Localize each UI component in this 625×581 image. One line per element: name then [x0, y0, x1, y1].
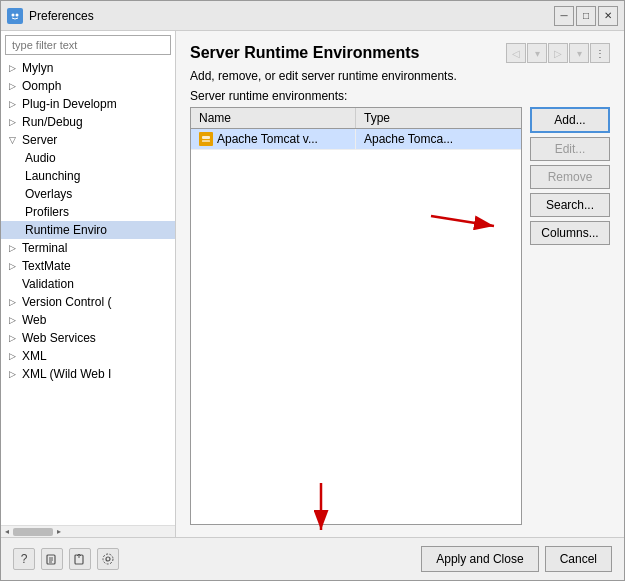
sidebar-item-xml-wild[interactable]: ▷ XML (Wild Web I: [1, 365, 175, 383]
maximize-button[interactable]: □: [576, 6, 596, 26]
help-icon[interactable]: ?: [13, 548, 35, 570]
minimize-button[interactable]: ─: [554, 6, 574, 26]
sidebar-item-plugin-dev[interactable]: ▷ Plug-in Developm: [1, 95, 175, 113]
expand-arrow: ▷: [9, 351, 19, 361]
nav-back-button[interactable]: ◁: [506, 43, 526, 63]
col-header-type: Type: [356, 108, 521, 128]
sidebar-item-label: TextMate: [22, 259, 71, 273]
environments-label: Server runtime environments:: [190, 89, 610, 103]
expand-arrow: ▷: [9, 369, 19, 379]
scroll-left-arrow[interactable]: ◂: [3, 527, 11, 536]
nav-forward-button[interactable]: ▷: [548, 43, 568, 63]
sidebar-tree: ▷ Mylyn ▷ Oomph ▷ Plug-in Developm ▷ Run…: [1, 59, 175, 525]
sidebar-item-label: Server: [22, 133, 57, 147]
scroll-thumb[interactable]: [13, 528, 53, 536]
nav-menu-button[interactable]: ⋮: [590, 43, 610, 63]
environments-area: Name Type: [190, 107, 610, 525]
expand-arrow: ▷: [9, 81, 19, 91]
main-panel: Server Runtime Environments ◁ ▾ ▷ ▾ ⋮ Ad…: [176, 31, 624, 537]
columns-button[interactable]: Columns...: [530, 221, 610, 245]
sidebar-item-label: Plug-in Developm: [22, 97, 117, 111]
table-row[interactable]: Apache Tomcat v... Apache Tomca...: [191, 129, 521, 150]
sidebar-item-label: Terminal: [22, 241, 67, 255]
server-icon: [199, 132, 213, 146]
expand-arrow: ▷: [9, 117, 19, 127]
col-header-name: Name: [191, 108, 356, 128]
cell-name-text: Apache Tomcat v...: [217, 132, 318, 146]
sidebar-item-label: Profilers: [25, 205, 69, 219]
preferences-window: Preferences ─ □ ✕ ▷ Mylyn ▷ Oomph: [0, 0, 625, 581]
cancel-button[interactable]: Cancel: [545, 546, 612, 572]
sidebar-item-label: Oomph: [22, 79, 61, 93]
sidebar-item-terminal[interactable]: ▷ Terminal: [1, 239, 175, 257]
panel-description: Add, remove, or edit server runtime envi…: [190, 69, 610, 83]
svg-point-2: [16, 13, 19, 16]
close-button[interactable]: ✕: [598, 6, 618, 26]
sidebar-item-validation[interactable]: ▷ Validation: [1, 275, 175, 293]
sidebar-item-label: Mylyn: [22, 61, 53, 75]
sidebar-item-oomph[interactable]: ▷ Oomph: [1, 77, 175, 95]
sidebar-item-audio[interactable]: Audio: [1, 149, 175, 167]
sidebar-item-label: Validation: [22, 277, 74, 291]
footer-buttons: Apply and Close Cancel: [421, 546, 612, 572]
window-title: Preferences: [29, 9, 554, 23]
sidebar: ▷ Mylyn ▷ Oomph ▷ Plug-in Developm ▷ Run…: [1, 31, 176, 537]
remove-button[interactable]: Remove: [530, 165, 610, 189]
cell-type: Apache Tomca...: [356, 129, 521, 149]
nav-buttons: ◁ ▾ ▷ ▾ ⋮: [506, 43, 610, 63]
expand-arrow: ▷: [9, 333, 19, 343]
nav-forward-dropdown[interactable]: ▾: [569, 43, 589, 63]
sidebar-item-mylyn[interactable]: ▷ Mylyn: [1, 59, 175, 77]
settings-icon[interactable]: [97, 548, 119, 570]
scroll-right-arrow[interactable]: ▸: [55, 527, 63, 536]
expand-arrow: ▷: [9, 99, 19, 109]
expand-arrow: ▷: [9, 297, 19, 307]
cell-name: Apache Tomcat v...: [191, 129, 356, 149]
edit-button[interactable]: Edit...: [530, 137, 610, 161]
sidebar-item-overlays[interactable]: Overlays: [1, 185, 175, 203]
sidebar-item-web[interactable]: ▷ Web: [1, 311, 175, 329]
sidebar-item-label: XML: [22, 349, 47, 363]
expand-arrow: ▷: [9, 261, 19, 271]
svg-point-14: [103, 554, 113, 564]
expand-arrow: ▷: [9, 243, 19, 253]
action-buttons: Add... Edit... Remove Search... Columns.…: [530, 107, 610, 525]
sidebar-item-label: Run/Debug: [22, 115, 83, 129]
sidebar-item-label: Launching: [25, 169, 80, 183]
search-button[interactable]: Search...: [530, 193, 610, 217]
sidebar-item-label: Web: [22, 313, 46, 327]
title-bar: Preferences ─ □ ✕: [1, 1, 624, 31]
panel-title: Server Runtime Environments: [190, 44, 419, 62]
sidebar-item-textmate[interactable]: ▷ TextMate: [1, 257, 175, 275]
add-button[interactable]: Add...: [530, 107, 610, 133]
window-controls: ─ □ ✕: [554, 6, 618, 26]
sidebar-item-run-debug[interactable]: ▷ Run/Debug: [1, 113, 175, 131]
expand-arrow: ▷: [9, 63, 19, 73]
sidebar-item-label: Version Control (: [22, 295, 111, 309]
content-area: ▷ Mylyn ▷ Oomph ▷ Plug-in Developm ▷ Run…: [1, 31, 624, 537]
export-icon[interactable]: [69, 548, 91, 570]
sidebar-item-xml[interactable]: ▷ XML: [1, 347, 175, 365]
svg-point-13: [106, 557, 110, 561]
table-header: Name Type: [191, 108, 521, 129]
environments-table: Name Type: [190, 107, 522, 525]
filter-input[interactable]: [5, 35, 171, 55]
sidebar-item-runtime-env[interactable]: Runtime Enviro: [1, 221, 175, 239]
sidebar-item-label: XML (Wild Web I: [22, 367, 111, 381]
nav-back-dropdown[interactable]: ▾: [527, 43, 547, 63]
h-scrollbar[interactable]: ◂ ▸: [1, 525, 175, 537]
svg-rect-3: [202, 136, 210, 139]
sidebar-item-version-control[interactable]: ▷ Version Control (: [1, 293, 175, 311]
app-icon: [7, 8, 23, 24]
sidebar-item-server[interactable]: ▽ Server: [1, 131, 175, 149]
sidebar-item-profilers[interactable]: Profilers: [1, 203, 175, 221]
footer: ?: [1, 537, 624, 580]
apply-close-button[interactable]: Apply and Close: [421, 546, 538, 572]
sidebar-item-label: Audio: [25, 151, 56, 165]
collapse-arrow: ▽: [9, 135, 19, 145]
sidebar-item-launching[interactable]: Launching: [1, 167, 175, 185]
sidebar-item-label: Runtime Enviro: [25, 223, 107, 237]
sidebar-item-web-services[interactable]: ▷ Web Services: [1, 329, 175, 347]
restore-defaults-icon[interactable]: [41, 548, 63, 570]
footer-icons: ?: [13, 548, 119, 570]
